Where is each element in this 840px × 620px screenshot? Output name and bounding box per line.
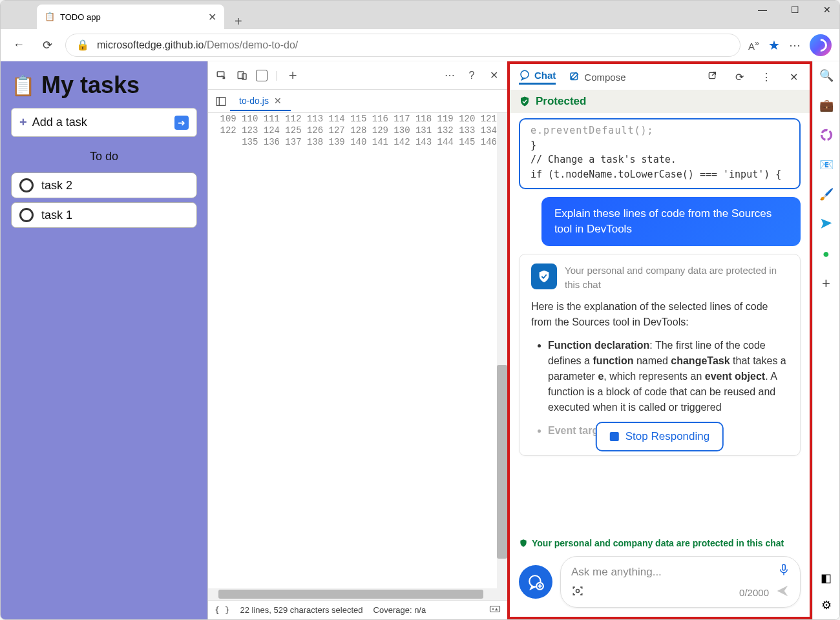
chat-placeholder: Ask me anything... [571,566,662,579]
svg-rect-3 [216,97,226,105]
char-count: 0/2000 [739,587,769,598]
add-app-icon[interactable]: + [819,276,834,291]
page-title: 📋 My tasks [11,72,197,99]
code-context-snippet: e.preventDefault(); } // Change a task's… [519,118,801,189]
refresh-chat-icon[interactable]: ⟳ [732,71,746,83]
new-topic-button[interactable] [519,565,552,599]
protected-label: Protected [536,95,586,108]
favorites-icon[interactable]: ★ [768,37,780,53]
tab-chat[interactable]: Chat [519,69,556,85]
response-intro: Here is the explanation of the selected … [531,299,788,330]
status-bar: { } 22 lines, 529 characters selected Co… [208,600,507,619]
task-item[interactable]: task 1 [11,202,197,228]
copilot-button[interactable] [810,34,832,56]
sidebar-collapse-icon[interactable]: ◧ [819,570,834,586]
shield-icon [531,264,557,289]
panel-icon[interactable] [256,70,268,81]
new-tab-button[interactable]: + [229,14,247,29]
copilot-panel: Chat Compose ⟳ ⋮ ✕ Protected e.preventDe… [507,61,812,619]
outlook-icon[interactable]: 📧 [819,157,834,172]
vertical-scrollbar[interactable] [497,113,507,588]
send-icon[interactable] [775,584,790,601]
code-editor[interactable]: 109 110 111 112 113 114 115 116 117 118 … [208,113,507,588]
file-tab-label: to-do.js [239,96,269,106]
tab-favicon: 📋 [45,12,55,22]
task-label: task 2 [41,179,72,192]
maximize-icon[interactable]: ☐ [786,5,803,15]
svg-point-14 [821,130,831,140]
title-text: My tasks [41,72,140,99]
checkbox-icon[interactable] [19,178,34,192]
tab-compose[interactable]: Compose [569,71,625,83]
assistant-response: Your personal and company data are prote… [519,254,801,456]
file-tab[interactable]: to-do.js ✕ [230,92,291,111]
url-path: /Demos/demo-to-do/ [204,39,298,50]
send-app-icon[interactable] [819,216,834,232]
open-external-icon[interactable] [705,70,719,83]
source-map-icon[interactable] [489,604,501,615]
close-window-icon[interactable]: ✕ [819,5,835,15]
browser-tab[interactable]: 📋 TODO app ✕ [37,5,224,29]
stop-label: Stop Responding [625,428,709,445]
svg-rect-1 [238,72,244,79]
close-chat-icon[interactable]: ✕ [786,71,801,83]
tab-title: TODO app [60,12,101,22]
close-file-icon[interactable]: ✕ [274,96,282,106]
shield-icon [519,96,530,107]
todo-app: 📋 My tasks + Add a task ➜ To do task 2 t… [1,61,207,619]
close-devtools-icon[interactable]: ✕ [487,68,501,83]
shield-icon [519,539,528,548]
devtools-panel: | + ⋯ ? ✕ to-do.js ✕ 109 110 111 112 113… [207,61,507,619]
refresh-button[interactable]: ⟳ [37,35,58,56]
stop-responding-button[interactable]: Stop Responding [596,422,724,451]
browser-toolbar: ← ⟳ 🔒 microsoftedge.github.io/Demos/demo… [1,29,839,61]
close-tab-icon[interactable]: ✕ [208,11,216,23]
lock-icon: 🔒 [76,39,89,51]
submit-task-button[interactable]: ➜ [174,116,189,130]
inspect-icon[interactable] [215,68,229,83]
chat-menu-icon[interactable]: ⋮ [759,71,773,83]
browser-sidebar: 🔍 💼 📧 🖌️ ● + ◧ ⚙ [812,61,839,619]
url-domain: microsoftedge.github.io [97,39,204,50]
svg-point-6 [492,608,494,610]
device-toggle-icon[interactable] [235,68,249,83]
address-bar[interactable]: 🔒 microsoftedge.github.io/Demos/demo-to-… [65,34,740,57]
microphone-icon[interactable] [778,563,790,581]
task-label: task 1 [41,209,72,222]
horizontal-scrollbar[interactable] [208,588,507,600]
plus-icon: + [19,115,27,130]
settings-icon[interactable]: ⚙ [819,597,834,613]
browser-tab-bar: 📋 TODO app ✕ + ― ☐ ✕ [1,1,839,29]
tab-label: Compose [584,72,625,83]
minimize-icon[interactable]: ― [754,5,771,15]
visual-search-icon[interactable] [571,584,584,600]
protected-banner: Protected [510,90,810,113]
sidebar-toggle-icon[interactable] [212,92,230,110]
svg-point-7 [521,70,529,78]
designer-icon[interactable]: 🖌️ [819,187,834,202]
user-message: Explain these lines of code from the Sou… [541,197,801,246]
read-aloud-icon[interactable]: A» [748,39,759,52]
more-icon[interactable]: ⋯ [443,68,457,83]
tab-label: Chat [534,70,556,81]
stop-icon [610,432,619,441]
chat-input[interactable]: Ask me anything... 0/2000 [560,556,801,608]
add-panel-icon[interactable]: + [286,68,300,83]
svg-rect-5 [490,606,500,612]
checkbox-icon[interactable] [19,208,34,222]
svg-rect-12 [782,564,786,570]
section-heading: To do [11,150,197,163]
pretty-print-icon[interactable]: { } [215,605,229,615]
back-button[interactable]: ← [8,35,29,56]
help-icon[interactable]: ? [465,68,479,83]
m365-icon[interactable] [819,127,834,143]
selection-status: 22 lines, 529 characters selected [240,605,362,615]
spotify-icon[interactable]: ● [819,246,834,262]
add-task-input[interactable]: + Add a task ➜ [11,108,197,137]
footer-protected: Your personal and company data are prote… [510,535,810,551]
svg-rect-0 [217,72,224,77]
shopping-icon[interactable]: 💼 [819,98,834,113]
menu-icon[interactable]: ⋯ [789,38,801,52]
search-icon[interactable]: 🔍 [819,68,834,83]
task-item[interactable]: task 2 [11,172,197,198]
